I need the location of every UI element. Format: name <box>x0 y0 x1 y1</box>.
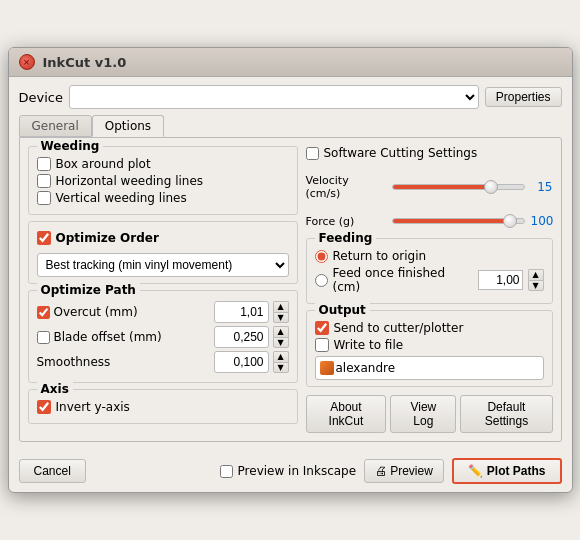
blade-offset-input[interactable] <box>214 326 269 348</box>
feed-once-radio[interactable] <box>315 274 328 287</box>
options-panel: Weeding Box around plot Horizontal weedi… <box>19 137 562 442</box>
footer-bar: Cancel Preview in Inkscape 🖨 Preview ✏️ … <box>9 450 572 492</box>
preview-button[interactable]: 🖨 Preview <box>364 459 444 483</box>
force-value: 100 <box>531 214 553 228</box>
velocity-track[interactable] <box>392 184 525 190</box>
feed-once-input[interactable] <box>478 270 523 290</box>
overcut-down-arrow[interactable]: ▼ <box>273 312 289 324</box>
overcut-up-arrow[interactable]: ▲ <box>273 301 289 312</box>
plot-paths-button[interactable]: ✏️ Plot Paths <box>452 458 562 484</box>
optimize-order-label: Optimize Order <box>56 231 159 245</box>
send-cutter-row: Send to cutter/plotter <box>315 321 544 335</box>
tabs-bar: General Options <box>19 115 562 137</box>
feed-up-arrow[interactable]: ▲ <box>528 269 544 280</box>
default-settings-button[interactable]: Default Settings <box>460 395 552 433</box>
box-around-plot-label: Box around plot <box>56 157 151 171</box>
tab-general[interactable]: General <box>19 115 92 137</box>
software-cutting-label: Software Cutting Settings <box>324 146 478 160</box>
smoothness-input[interactable] <box>214 351 269 373</box>
velocity-fill <box>393 185 491 189</box>
optimize-order-group: Optimize Order Best tracking (min vinyl … <box>28 221 298 284</box>
blade-offset-row: Blade offset (mm) ▲ ▼ <box>37 326 289 348</box>
device-select[interactable] <box>69 85 479 109</box>
return-origin-label: Return to origin <box>333 249 427 263</box>
left-panel: Weeding Box around plot Horizontal weedi… <box>28 146 298 433</box>
horizontal-lines-checkbox[interactable] <box>37 174 51 188</box>
software-cutting-checkbox[interactable] <box>306 147 319 160</box>
force-fill <box>393 219 511 223</box>
user-name: alexandre <box>336 361 396 375</box>
force-label: Force (g) <box>306 215 386 228</box>
feed-once-arrows: ▲ ▼ <box>528 269 544 291</box>
write-file-checkbox[interactable] <box>315 338 329 352</box>
weeding-group: Weeding Box around plot Horizontal weedi… <box>28 146 298 215</box>
axis-content: Invert y-axis <box>37 400 289 414</box>
smoothness-down-arrow[interactable]: ▼ <box>273 362 289 374</box>
write-file-label: Write to file <box>334 338 404 352</box>
titlebar: × InkCut v1.0 <box>9 48 572 77</box>
overcut-input[interactable]: 1,01 <box>214 301 269 323</box>
user-select[interactable]: alexandre <box>315 356 544 380</box>
invert-y-label: Invert y-axis <box>56 400 130 414</box>
feeding-label: Feeding <box>315 231 377 245</box>
horizontal-lines-label: Horizontal weeding lines <box>56 174 204 188</box>
view-log-button[interactable]: View Log <box>390 395 456 433</box>
weeding-label: Weeding <box>37 139 104 153</box>
overcut-row: Overcut (mm) 1,01 ▲ ▼ <box>37 301 289 323</box>
blade-offset-checkbox[interactable] <box>37 331 50 344</box>
vertical-lines-label: Vertical weeding lines <box>56 191 187 205</box>
preview-inkscape-row: Preview in Inkscape <box>220 464 357 478</box>
horizontal-lines-row: Horizontal weeding lines <box>37 174 289 188</box>
action-buttons-row: About InkCut View Log Default Settings <box>306 395 553 433</box>
force-thumb[interactable] <box>503 214 517 228</box>
return-origin-radio[interactable] <box>315 250 328 263</box>
invert-y-checkbox[interactable] <box>37 400 51 414</box>
about-button[interactable]: About InkCut <box>306 395 387 433</box>
close-button[interactable]: × <box>19 54 35 70</box>
return-origin-row: Return to origin <box>315 249 544 263</box>
velocity-row: Velocity (cm/s) 15 <box>306 174 553 200</box>
optimize-order-select[interactable]: Best tracking (min vinyl movement) <box>37 253 289 277</box>
vertical-lines-checkbox[interactable] <box>37 191 51 205</box>
smoothness-up-arrow[interactable]: ▲ <box>273 351 289 362</box>
blade-down-arrow[interactable]: ▼ <box>273 337 289 349</box>
output-group: Output Send to cutter/plotter Write to f… <box>306 310 553 387</box>
blade-up-arrow[interactable]: ▲ <box>273 326 289 337</box>
force-row: Force (g) 100 <box>306 214 553 228</box>
smoothness-row: Smoothness ▲ ▼ <box>37 351 289 373</box>
send-cutter-label: Send to cutter/plotter <box>334 321 464 335</box>
window-title: InkCut v1.0 <box>43 55 127 70</box>
axis-label: Axis <box>37 382 73 396</box>
file-icon <box>320 361 334 375</box>
blade-offset-label: Blade offset (mm) <box>54 330 210 344</box>
preview-label: Preview <box>390 464 433 478</box>
box-around-plot-checkbox[interactable] <box>37 157 51 171</box>
cancel-button[interactable]: Cancel <box>19 459 86 483</box>
velocity-thumb[interactable] <box>484 180 498 194</box>
weeding-content: Box around plot Horizontal weeding lines… <box>37 157 289 205</box>
smoothness-label: Smoothness <box>37 355 210 369</box>
overcut-label: Overcut (mm) <box>54 305 210 319</box>
feed-down-arrow[interactable]: ▼ <box>528 280 544 292</box>
right-panel: Software Cutting Settings Velocity (cm/s… <box>306 146 553 433</box>
output-label: Output <box>315 303 370 317</box>
vertical-lines-row: Vertical weeding lines <box>37 191 289 205</box>
preview-inkscape-label: Preview in Inkscape <box>238 464 357 478</box>
optimize-path-label: Optimize Path <box>37 283 140 297</box>
tab-options[interactable]: Options <box>92 115 164 137</box>
send-cutter-checkbox[interactable] <box>315 321 329 335</box>
optimize-path-group: Optimize Path Overcut (mm) 1,01 ▲ ▼ <box>28 290 298 383</box>
feed-once-label: Feed once finished (cm) <box>333 266 473 294</box>
velocity-value: 15 <box>531 180 553 194</box>
invert-y-row: Invert y-axis <box>37 400 289 414</box>
write-file-row: Write to file <box>315 338 544 352</box>
overcut-checkbox[interactable] <box>37 306 50 319</box>
overcut-arrows: ▲ ▼ <box>273 301 289 323</box>
properties-button[interactable]: Properties <box>485 87 562 107</box>
device-row: Device Properties <box>19 85 562 109</box>
optimize-order-checkbox[interactable] <box>37 231 51 245</box>
preview-inkscape-checkbox[interactable] <box>220 465 233 478</box>
force-track[interactable] <box>392 218 525 224</box>
optimize-order-row: Optimize Order <box>37 231 289 245</box>
software-cutting-row: Software Cutting Settings <box>306 146 553 160</box>
